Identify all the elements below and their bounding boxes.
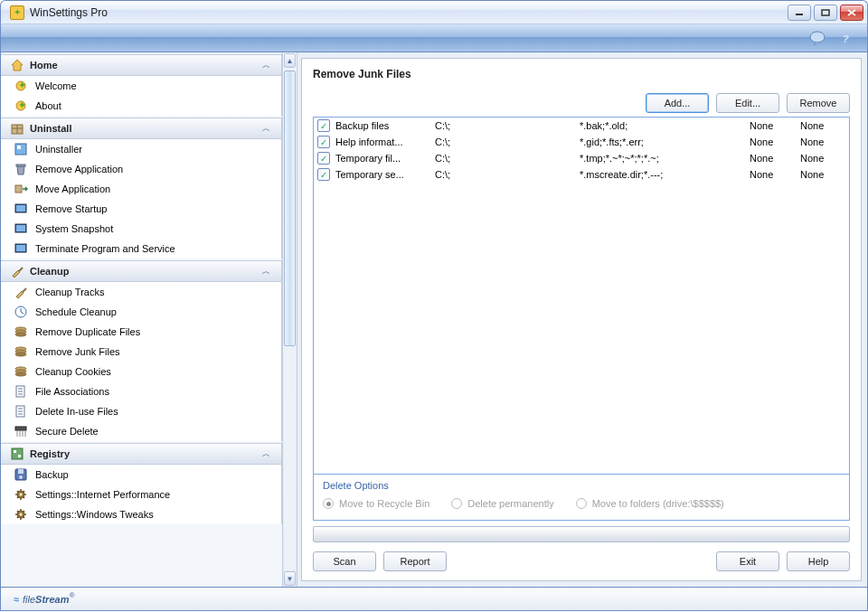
sidebar-item-delete-in-use-files[interactable]: Delete In-use Files — [1, 401, 281, 421]
sidebar-item-remove-junk-files[interactable]: Remove Junk Files — [1, 342, 281, 362]
main-frame: Home︿✦Welcome✦AboutUninstall︿Uninstaller… — [0, 52, 868, 588]
sidebar-item-welcome[interactable]: ✦Welcome — [1, 76, 281, 96]
svg-point-24 — [15, 333, 26, 336]
exit-button[interactable]: Exit — [716, 551, 779, 571]
sidebar-item-label: Cleanup Tracks — [35, 287, 104, 297]
report-button[interactable]: Report — [383, 551, 447, 571]
sidebar-item-label: Secure Delete — [35, 426, 99, 437]
edit-button[interactable]: Edit... — [716, 93, 779, 113]
checkbox[interactable]: ✓ — [317, 168, 330, 181]
svg-rect-18 — [16, 245, 25, 251]
junk-file-list[interactable]: ✓Backup filesC:\;*.bak;*.old;NoneNone✓He… — [313, 117, 850, 475]
sidebar-item-remove-application[interactable]: Remove Application — [1, 159, 281, 179]
scroll-up-button[interactable]: ▲ — [284, 53, 296, 68]
stack-icon — [14, 364, 28, 379]
chevron-up-icon[interactable]: ︿ — [259, 265, 272, 278]
checkbox[interactable]: ✓ — [317, 152, 330, 165]
svg-point-27 — [15, 353, 26, 356]
delete-option-radio[interactable]: Move to folders (drive:\$$$$$) — [576, 498, 724, 509]
add-button[interactable]: Add... — [646, 93, 709, 113]
sidebar-item-backup[interactable]: Backup — [1, 465, 281, 485]
sidebar-item-settings-windows-tweaks[interactable]: Settings::Windows Tweaks — [1, 504, 281, 524]
delete-option-radio[interactable]: Delete permanently — [451, 498, 553, 509]
sidebar-item-remove-duplicate-files[interactable]: Remove Duplicate Files — [1, 322, 281, 342]
chevron-up-icon[interactable]: ︿ — [259, 122, 272, 135]
checkbox[interactable]: ✓ — [317, 119, 330, 132]
trademark-icon: ® — [69, 591, 74, 599]
section-header-registry[interactable]: Registry︿ — [1, 443, 282, 465]
chevron-up-icon[interactable]: ︿ — [259, 447, 272, 460]
row-col1: None — [750, 137, 800, 147]
star-icon: ✦ — [14, 79, 28, 93]
file-row[interactable]: ✓Temporary se...C:\;*.mscreate.dir;*.---… — [314, 166, 849, 183]
sidebar-scrollbar[interactable]: ▲ ▼ — [282, 52, 297, 587]
scroll-thumb[interactable] — [284, 71, 296, 346]
sidebar-item-about[interactable]: ✦About — [1, 96, 281, 116]
checkbox[interactable]: ✓ — [317, 136, 330, 148]
doc-icon — [14, 384, 28, 399]
svg-text:✦: ✦ — [18, 80, 26, 90]
package-icon — [10, 121, 24, 136]
section-header-uninstall[interactable]: Uninstall︿ — [1, 118, 282, 139]
svg-point-39 — [19, 475, 23, 479]
svg-point-30 — [15, 372, 26, 376]
broom-icon — [14, 285, 28, 299]
row-drive: C:\; — [435, 120, 580, 131]
sidebar-item-move-application[interactable]: Move Application — [1, 179, 281, 199]
shred-icon — [14, 424, 28, 438]
row-col1: None — [750, 169, 800, 180]
svg-point-2 — [810, 32, 825, 42]
sidebar-item-terminate-program-and-service[interactable]: Terminate Program and Service — [1, 239, 281, 259]
file-row[interactable]: ✓Backup filesC:\;*.bak;*.old;NoneNone — [314, 118, 849, 134]
trash-icon — [14, 162, 28, 176]
sidebar-item-uninstaller[interactable]: Uninstaller — [1, 139, 281, 159]
radio-icon — [323, 498, 334, 509]
svg-rect-14 — [16, 205, 25, 212]
row-name: Backup files — [335, 120, 435, 131]
remove-button[interactable]: Remove — [787, 93, 850, 113]
footer: ≈ fileStream® — [0, 588, 868, 611]
sidebar-item-label: System Snapshot — [35, 223, 113, 234]
chat-icon[interactable] — [807, 28, 827, 48]
file-row[interactable]: ✓Temporary fil...C:\;*.tmp;*.~*;~*;*;*.~… — [314, 150, 849, 166]
help-button[interactable]: Help — [787, 551, 850, 571]
brand-text: fileStream® — [23, 591, 74, 607]
sidebar-item-label: File Associations — [35, 386, 109, 397]
sidebar-item-system-snapshot[interactable]: System Snapshot — [1, 219, 281, 239]
sidebar-item-cleanup-tracks[interactable]: Cleanup Tracks — [1, 282, 281, 302]
sidebar-item-settings-internet-performance[interactable]: Settings::Internet Performance — [1, 485, 281, 504]
sidebar-item-secure-delete[interactable]: Secure Delete — [1, 421, 281, 441]
section-header-home[interactable]: Home︿ — [1, 54, 282, 76]
scan-button[interactable]: Scan — [313, 551, 376, 571]
radio-icon — [451, 498, 462, 509]
window-title: WinSettings Pro — [30, 6, 108, 19]
stack-icon — [14, 344, 28, 359]
delete-option-radio[interactable]: Move to Recycle Bin — [323, 498, 429, 509]
sidebar-item-label: Remove Junk Files — [35, 346, 120, 357]
radio-icon — [576, 498, 587, 509]
bottom-button-row: Scan Report Exit Help — [313, 551, 850, 571]
row-name: Help informat... — [335, 137, 435, 147]
section-header-cleanup[interactable]: Cleanup︿ — [1, 260, 282, 282]
close-button[interactable] — [840, 5, 863, 21]
svg-point-43 — [20, 513, 23, 516]
sidebar-item-file-associations[interactable]: File Associations — [1, 381, 281, 401]
svg-rect-35 — [14, 450, 16, 453]
delete-options-legend: Delete Options — [323, 480, 840, 491]
sidebar-item-label: Remove Startup — [35, 203, 107, 214]
minimize-button[interactable] — [788, 5, 811, 21]
delete-options-group: Delete Options Move to Recycle BinDelete… — [313, 475, 850, 521]
sidebar-item-label: Move Application — [35, 184, 110, 194]
help-icon[interactable]: ? — [836, 28, 856, 48]
maximize-button[interactable] — [814, 5, 837, 21]
sidebar-item-cleanup-cookies[interactable]: Cleanup Cookies — [1, 362, 281, 381]
sidebar-item-remove-startup[interactable]: Remove Startup — [1, 199, 281, 219]
row-drive: C:\; — [435, 153, 580, 164]
file-row[interactable]: ✓Help informat...C:\;*.gid;*.fts;*.err;N… — [314, 134, 849, 150]
scroll-down-button[interactable]: ▼ — [284, 571, 296, 586]
row-col2: None — [800, 153, 845, 164]
row-drive: C:\; — [435, 137, 580, 147]
svg-line-19 — [19, 268, 23, 271]
sidebar-item-schedule-cleanup[interactable]: Schedule Cleanup — [1, 302, 281, 322]
chevron-up-icon[interactable]: ︿ — [259, 59, 272, 71]
